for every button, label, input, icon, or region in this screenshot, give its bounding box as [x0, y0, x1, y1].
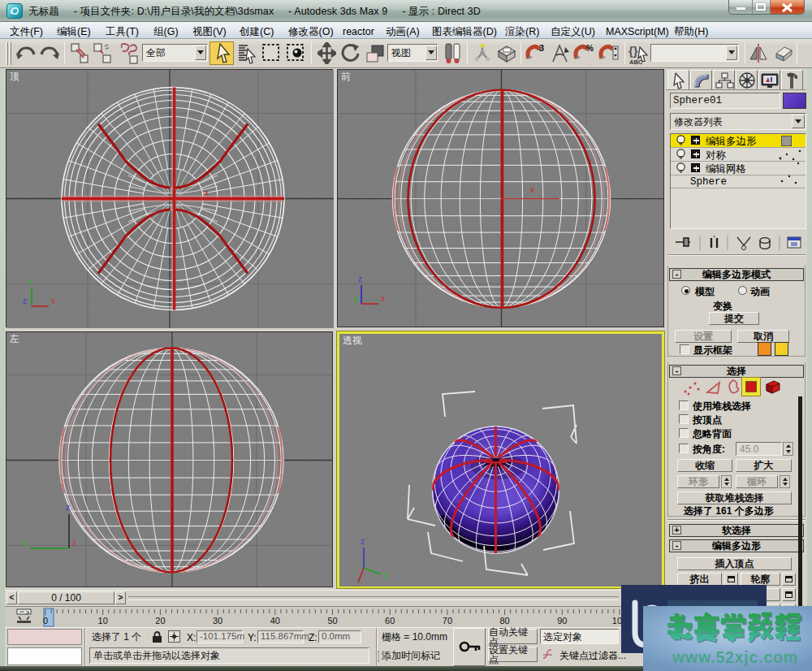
svg-text:x: x: [530, 185, 534, 194]
svg-text:60: 60: [385, 616, 395, 626]
svg-text:x: x: [353, 583, 357, 587]
svg-text:0: 0: [43, 616, 48, 626]
svg-text:ABC: ABC: [629, 58, 643, 66]
svg-text:3: 3: [539, 43, 544, 53]
svg-text:70: 70: [443, 616, 452, 626]
svg-text:z: z: [361, 537, 365, 546]
svg-text:90: 90: [557, 616, 567, 626]
svg-text:%: %: [586, 44, 594, 53]
svg-text:y: y: [354, 294, 358, 303]
svg-text:z: z: [66, 503, 70, 512]
svg-text:y: y: [24, 539, 28, 548]
svg-text:20: 20: [155, 616, 165, 626]
svg-text:z: z: [23, 297, 27, 305]
svg-text:x: x: [51, 297, 55, 305]
svg-text:30: 30: [213, 616, 222, 626]
svg-text:80: 80: [499, 616, 509, 626]
svg-text:x: x: [381, 294, 385, 303]
svg-text:y: y: [383, 570, 387, 579]
svg-text:x: x: [205, 188, 209, 197]
svg-text:40: 40: [270, 616, 280, 626]
svg-text:{}: {}: [628, 44, 638, 58]
svg-text:x: x: [72, 539, 76, 548]
svg-text:10: 10: [98, 616, 108, 626]
svg-text:z: z: [358, 275, 362, 284]
svg-text:50: 50: [327, 616, 337, 626]
svg-text:y: y: [28, 276, 32, 285]
